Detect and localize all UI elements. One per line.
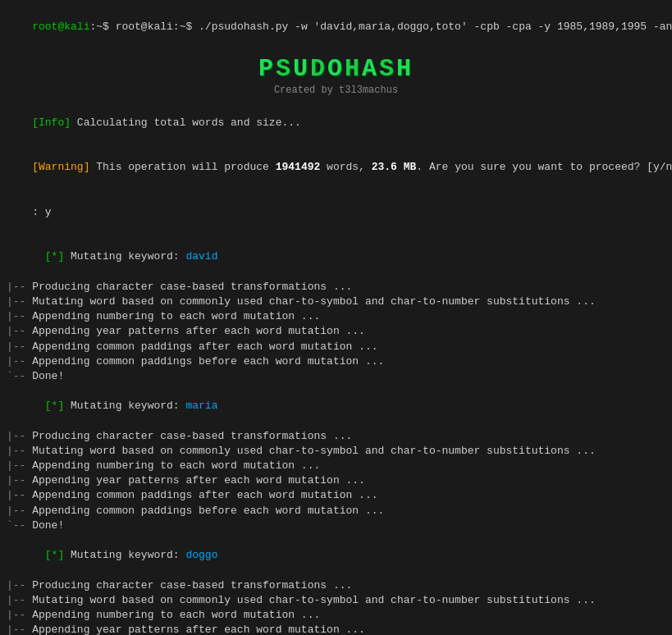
doggo-line-1: |-- Producing character case-based trans… (7, 578, 665, 593)
logo-letter-h: H (345, 55, 362, 83)
keyword-maria: maria (185, 400, 217, 412)
david-line-6: |-- Appending common paddings before eac… (7, 354, 665, 369)
logo-letter-o1: O (327, 55, 345, 83)
prompt-user: root@kali (32, 21, 89, 33)
warning-line: [Warning] This operation will produce 19… (7, 145, 665, 190)
word-count-bold: 1941492 (276, 161, 321, 173)
logo-subtitle: Created by t3l3machus (7, 85, 665, 96)
section-maria: [*] Mutating keyword: maria |-- Producin… (7, 384, 665, 533)
warning-tag: [Warning] (32, 161, 89, 173)
david-line-2: |-- Mutating word based on commonly used… (7, 295, 665, 309)
doggo-line-2: |-- Mutating word based on commonly used… (7, 593, 665, 608)
terminal-window: root@kali:~$ root@kali:~$ ./psudohash.py… (0, 0, 672, 635)
maria-line-5: |-- Appending common paddings after each… (7, 488, 665, 503)
david-line-5: |-- Appending common paddings after each… (7, 340, 665, 354)
section-doggo: [*] Mutating keyword: doggo |-- Producin… (7, 533, 665, 635)
logo-letter-h2: H (396, 55, 414, 83)
david-line-done: `-- Done! (7, 369, 665, 384)
command-text: root@kali:~$ ./psudohash.py -w 'david,ma… (116, 21, 672, 33)
doggo-line-3: |-- Appending numbering to each word mut… (7, 608, 665, 623)
mutating-tag-david: [*] (45, 250, 64, 263)
keyword-david: david (185, 250, 217, 263)
logo-letter-s2: S (379, 55, 396, 83)
logo-letter-s1: S (276, 55, 293, 83)
input-y: : y (32, 206, 51, 218)
info-tag: [Info] (32, 116, 71, 129)
logo-letter-a: A (362, 55, 379, 83)
section-maria-header: [*] Mutating keyword: maria (7, 384, 665, 429)
mutating-tag-maria: [*] (45, 400, 64, 412)
david-line-3: |-- Appending numbering to each word mut… (7, 309, 665, 324)
doggo-line-4: |-- Appending year patterns after each w… (7, 623, 665, 635)
maria-line-done: `-- Done! (7, 519, 665, 533)
maria-line-2: |-- Mutating word based on commonly used… (7, 444, 665, 459)
info-calculating-line: [Info] Calculating total words and size.… (7, 101, 665, 146)
logo-letter-d: D (310, 55, 327, 83)
input-y-line: : y (7, 190, 665, 235)
maria-line-1: |-- Producing character case-based trans… (7, 429, 665, 444)
mutating-tag-doggo: [*] (45, 549, 64, 561)
section-doggo-header: [*] Mutating keyword: doggo (7, 533, 665, 578)
section-david: [*] Mutating keyword: david |-- Producin… (7, 235, 665, 384)
keyword-doggo: doggo (185, 549, 217, 561)
maria-line-4: |-- Appending year patterns after each w… (7, 473, 665, 488)
title-command-line: root@kali:~$ root@kali:~$ ./psudohash.py… (7, 5, 665, 50)
logo-text: PSUDOHASH (258, 55, 414, 83)
logo-wrapper: PSUDOHASH Created by t3l3machus (7, 55, 665, 96)
section-david-header: [*] Mutating keyword: david (7, 235, 665, 280)
david-line-1: |-- Producing character case-based trans… (7, 280, 665, 295)
logo-letter-u: U (293, 55, 310, 83)
david-line-4: |-- Appending year patterns after each w… (7, 324, 665, 339)
size-bold: 23.6 MB (372, 161, 417, 173)
maria-line-6: |-- Appending common paddings before eac… (7, 504, 665, 519)
logo-letter-p: P (258, 55, 276, 83)
maria-line-3: |-- Appending numbering to each word mut… (7, 459, 665, 473)
